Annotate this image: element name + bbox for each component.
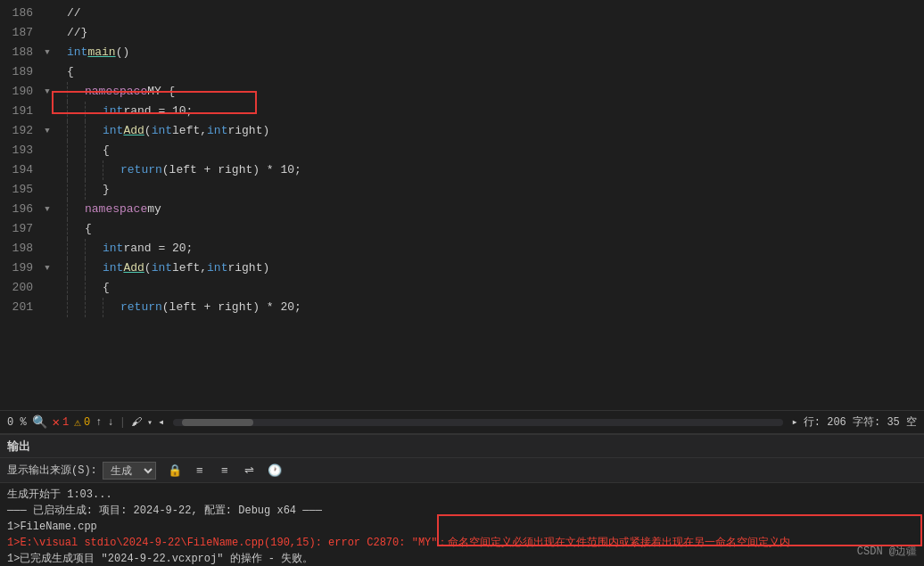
indent-guide	[67, 258, 85, 278]
indent-guide	[85, 102, 103, 121]
token-plain: {	[103, 278, 110, 298]
code-content-192: int Add(int left, int right)	[67, 121, 269, 141]
token-kw: int	[207, 258, 227, 278]
search-icon[interactable]: 🔍	[32, 414, 47, 430]
token-plain: {	[67, 62, 74, 82]
indent-guide	[103, 160, 120, 180]
status-bar: 0 % 🔍 ✕ 1 ⚠ 0 ↑ ↓ | 🖌 ▾ ◂ ▸ 行: 206 字符: 3…	[0, 410, 924, 433]
output-icon-1[interactable]: 🔒	[165, 462, 185, 480]
line-number-192: 192	[0, 121, 40, 141]
token-plain: //	[67, 4, 81, 23]
code-line-186: 186//	[0, 4, 924, 23]
output-text-area: 生成开始于 1:03...——— 已启动生成: 项目: 2024-9-22, 配…	[0, 483, 924, 566]
indent-guide	[85, 121, 103, 141]
code-content-186: //	[67, 4, 81, 23]
line-number-194: 194	[0, 160, 40, 180]
output-icon-4[interactable]: ⇌	[240, 462, 260, 480]
code-content-187: //}	[67, 23, 87, 43]
token-plain: rand = 20;	[123, 239, 193, 258]
code-content-198: int rand = 20;	[67, 239, 193, 258]
token-kw: int	[152, 258, 172, 278]
code-line-190: 190▼namespace MY {	[0, 82, 924, 102]
indent-guide	[67, 121, 85, 141]
indent-guide	[85, 141, 103, 160]
line-number-200: 200	[0, 278, 40, 298]
token-plain: MY {	[147, 82, 175, 102]
output-source-select[interactable]: 生成	[103, 462, 156, 480]
token-plain: (	[144, 121, 152, 141]
token-plain: (	[144, 258, 152, 278]
brush-icon[interactable]: 🖌	[131, 415, 142, 429]
indent-guide	[85, 239, 103, 258]
scrollbar-thumb[interactable]	[182, 419, 253, 426]
indent-guide	[67, 180, 85, 200]
fold-arrow-199[interactable]: ▼	[40, 258, 54, 278]
output-line-1: ——— 已启动生成: 项目: 2024-9-22, 配置: Debug x64 …	[7, 503, 917, 519]
nav-right-icon[interactable]: ▸	[792, 415, 798, 429]
output-line-3: 1>E:\visual stdio\2024-9-22\FileName.cpp…	[7, 535, 917, 551]
code-content-190: namespace MY {	[67, 82, 175, 102]
token-plain: }	[103, 180, 110, 200]
line-number-189: 189	[0, 62, 40, 82]
indent-guide	[67, 141, 85, 160]
line-number-186: 186	[0, 4, 40, 23]
line-number-195: 195	[0, 180, 40, 200]
output-icon-5[interactable]: 🕐	[265, 462, 285, 480]
token-ns: namespace	[85, 200, 147, 219]
nav-up-icon[interactable]: ↑	[95, 416, 102, 429]
line-number-191: 191	[0, 102, 40, 121]
code-content-199: int Add(int left, int right)	[67, 258, 269, 278]
token-kw: int	[67, 43, 87, 62]
fold-arrow-196[interactable]: ▼	[40, 200, 54, 219]
indent-guide	[67, 239, 85, 258]
code-content-201: return (left + right) * 20;	[67, 298, 301, 317]
token-plain: right)	[227, 258, 269, 278]
fold-arrow-190[interactable]: ▼	[40, 82, 54, 102]
horizontal-scrollbar[interactable]	[173, 419, 782, 426]
indent-guide	[67, 278, 85, 298]
line-number-193: 193	[0, 141, 40, 160]
fold-arrow-188[interactable]: ▼	[40, 43, 54, 62]
code-content-197: {	[67, 219, 92, 239]
nav-down-icon[interactable]: ↓	[107, 416, 113, 429]
line-number-199: 199	[0, 258, 40, 278]
token-kw: return	[120, 298, 162, 317]
error-count[interactable]: ✕ 1	[53, 414, 70, 430]
line-number-201: 201	[0, 298, 40, 317]
output-source-label: 显示输出来源(S):	[7, 463, 97, 478]
output-line-4: 1>已完成生成项目 "2024-9-22.vcxproj" 的操作 - 失败。	[7, 551, 917, 566]
token-fn: Add	[123, 121, 144, 141]
code-line-192: 192▼int Add(int left, int right)	[0, 121, 924, 141]
code-line-193: 193{	[0, 141, 924, 160]
code-content-196: namespace my	[67, 200, 161, 219]
token-kw: int	[103, 239, 123, 258]
token-plain: //}	[67, 23, 87, 43]
code-line-200: 200{	[0, 278, 924, 298]
code-line-187: 187//}	[0, 23, 924, 43]
code-lines: 186//187//}188▼int main()189{190▼namespa…	[0, 0, 924, 410]
output-panel: 输出 显示输出来源(S): 生成 🔒 ≡ ≡ ⇌ 🕐 生成开始于 1:03...…	[0, 433, 924, 566]
code-line-198: 198int rand = 20;	[0, 239, 924, 258]
token-kw: int	[103, 102, 123, 121]
output-icon-3[interactable]: ≡	[215, 462, 235, 480]
token-plain: (left + right) * 20;	[162, 298, 301, 317]
warning-count[interactable]: ⚠ 0	[74, 415, 90, 430]
fold-arrow-192[interactable]: ▼	[40, 121, 54, 141]
line-number-197: 197	[0, 219, 40, 239]
token-plain: {	[85, 219, 92, 239]
nav-left-icon[interactable]: ◂	[158, 415, 164, 429]
code-content-193: {	[67, 141, 110, 160]
indent-guide	[67, 82, 85, 102]
indent-guide	[67, 298, 85, 317]
token-fn: main	[87, 43, 115, 62]
token-plain: left,	[172, 121, 207, 141]
line-number-196: 196	[0, 200, 40, 219]
output-icon-2[interactable]: ≡	[190, 462, 210, 480]
code-line-195: 195}	[0, 180, 924, 200]
code-line-189: 189{	[0, 62, 924, 82]
token-kw: int	[103, 121, 123, 141]
token-kw: int	[152, 121, 172, 141]
token-fn: Add	[123, 258, 144, 278]
dropdown-icon[interactable]: ▾	[147, 417, 153, 428]
token-kw: return	[120, 160, 162, 180]
